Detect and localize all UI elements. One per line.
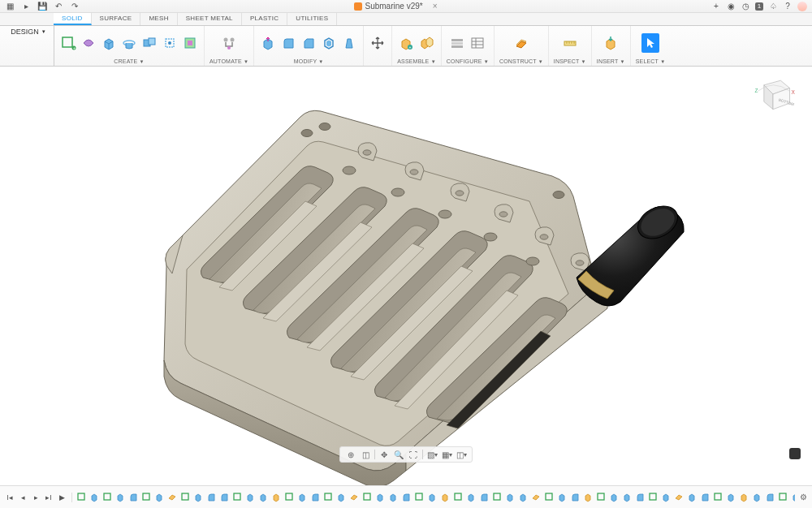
- job-status-icon[interactable]: ◷: [741, 2, 750, 11]
- sweep-icon[interactable]: [140, 33, 158, 53]
- timeline-feature-extrude[interactable]: [621, 491, 633, 504]
- timeline-feature-fillet[interactable]: [127, 491, 139, 504]
- timeline-feature-sketch[interactable]: [777, 491, 788, 504]
- timeline-feature-extrude[interactable]: [244, 491, 256, 504]
- undo-icon[interactable]: ↶: [54, 2, 63, 11]
- timeline-feature-extrude[interactable]: [686, 491, 698, 504]
- timeline-feature-extrude[interactable]: [296, 491, 308, 504]
- orbit-icon[interactable]: ⊕: [345, 449, 356, 460]
- timeline-feature-plane[interactable]: [348, 491, 360, 504]
- viewport-layout-icon[interactable]: ◫▾: [456, 449, 467, 460]
- comments-icon[interactable]: [789, 448, 801, 459]
- timeline-start-icon[interactable]: I◂: [5, 493, 15, 502]
- tab-surface[interactable]: SURFACE: [92, 13, 141, 25]
- timeline-play-icon[interactable]: ▶: [57, 493, 67, 502]
- configure-table-icon[interactable]: [469, 33, 486, 53]
- notifications-icon[interactable]: ♤: [768, 2, 778, 11]
- app-menu-icon[interactable]: ▦: [5, 2, 15, 11]
- revolve-icon[interactable]: [120, 33, 138, 53]
- sketch-icon[interactable]: +: [59, 33, 77, 53]
- create-form-icon[interactable]: [80, 33, 97, 53]
- timeline-feature-sketch[interactable]: [283, 491, 295, 504]
- timeline-feature-fillet[interactable]: [764, 491, 775, 504]
- zoom-icon[interactable]: 🔍: [393, 449, 404, 460]
- timeline-feature-fillet[interactable]: [634, 491, 646, 504]
- tab-utilities[interactable]: UTILITIES: [287, 13, 337, 25]
- timeline-back-icon[interactable]: ◂: [18, 493, 28, 502]
- emboss-icon[interactable]: [181, 33, 199, 53]
- loft-icon[interactable]: [161, 33, 179, 53]
- fillet-icon[interactable]: [279, 33, 297, 53]
- timeline-feature-sketch[interactable]: [179, 491, 191, 504]
- move-icon[interactable]: [369, 33, 387, 53]
- workspace-switcher[interactable]: DESIGN ▼: [8, 28, 49, 36]
- timeline-feature-extrude[interactable]: [114, 491, 126, 504]
- timeline-feature-extrude[interactable]: [387, 491, 399, 504]
- timeline-feature-extrude[interactable]: [504, 491, 516, 504]
- display-settings-icon[interactable]: ▧▾: [426, 449, 438, 460]
- timeline-feature-sketch[interactable]: [140, 491, 152, 504]
- tab-solid[interactable]: SOLID: [54, 13, 92, 25]
- timeline-feature-extrude[interactable]: [725, 491, 736, 504]
- look-at-icon[interactable]: ◫: [360, 449, 371, 460]
- close-tab-icon[interactable]: ×: [433, 2, 438, 11]
- timeline-feature-extrude[interactable]: [192, 491, 204, 504]
- press-pull-icon[interactable]: [259, 33, 277, 53]
- pan-icon[interactable]: ✥: [378, 449, 390, 460]
- timeline-settings-icon[interactable]: ⚙: [795, 493, 812, 502]
- timeline-feature-component[interactable]: [582, 491, 594, 504]
- extrude-icon[interactable]: [100, 33, 118, 53]
- timeline-feature-fillet[interactable]: [478, 491, 490, 504]
- timeline-feature-sketch[interactable]: [595, 491, 607, 504]
- timeline-feature-sketch[interactable]: [231, 491, 243, 504]
- chamfer-icon[interactable]: [300, 33, 317, 53]
- timeline-feature-extrude[interactable]: [660, 491, 672, 504]
- timeline-feature-sketch[interactable]: [76, 491, 87, 504]
- timeline-feature-extrude[interactable]: [257, 491, 269, 504]
- grid-settings-icon[interactable]: ▦▾: [441, 449, 452, 460]
- timeline-feature-sketch[interactable]: [647, 491, 659, 504]
- configure-icon[interactable]: [448, 33, 466, 53]
- timeline-feature-extrude[interactable]: [465, 491, 477, 504]
- timeline-feature-sketch[interactable]: [361, 491, 373, 504]
- timeline-feature-sketch[interactable]: [102, 491, 113, 504]
- timeline-feature-plane[interactable]: [166, 491, 178, 504]
- timeline-feature-extrude[interactable]: [608, 491, 620, 504]
- timeline-feature-extrude[interactable]: [374, 491, 386, 504]
- timeline-feature-sketch[interactable]: [413, 491, 425, 504]
- file-icon[interactable]: ▸: [21, 2, 31, 11]
- data-panel-icon[interactable]: ◉: [726, 2, 736, 11]
- timeline-feature-extrude[interactable]: [335, 491, 347, 504]
- timeline-feature-fillet[interactable]: [218, 491, 230, 504]
- viewport-3d[interactable]: BOTTOM Z X ⊕ ◫ ✥ 🔍 ⛶ ▧▾ ▦▾ ◫▾: [0, 67, 812, 485]
- save-icon[interactable]: 💾: [37, 2, 47, 11]
- tab-sheet-metal[interactable]: SHEET METAL: [178, 13, 242, 25]
- automate-icon[interactable]: [220, 33, 238, 53]
- timeline-feature-fillet[interactable]: [699, 491, 710, 504]
- tab-plastic[interactable]: PLASTIC: [242, 13, 287, 25]
- timeline-items[interactable]: [72, 490, 795, 505]
- timeline-feature-component[interactable]: [738, 491, 749, 504]
- timeline-feature-fillet[interactable]: [205, 491, 217, 504]
- timeline-feature-plane[interactable]: [530, 491, 542, 504]
- timeline-feature-extrude[interactable]: [751, 491, 762, 504]
- measure-icon[interactable]: [561, 33, 579, 53]
- select-icon[interactable]: [641, 33, 659, 53]
- construct-plane-icon[interactable]: [512, 33, 530, 53]
- user-avatar[interactable]: [797, 2, 807, 11]
- timeline-end-icon[interactable]: ▸I: [44, 493, 54, 502]
- timeline-feature-sketch[interactable]: [491, 491, 503, 504]
- timeline-feature-extrude[interactable]: [517, 491, 529, 504]
- timeline-feature-component[interactable]: [439, 491, 451, 504]
- shell-icon[interactable]: [320, 33, 338, 53]
- timeline-feature-fillet[interactable]: [309, 491, 321, 504]
- timeline-feature-sketch[interactable]: [712, 491, 723, 504]
- joint-icon[interactable]: [417, 33, 435, 53]
- timeline-feature-fillet[interactable]: [569, 491, 581, 504]
- viewcube[interactable]: BOTTOM Z X: [750, 71, 796, 117]
- timeline-forward-icon[interactable]: ▸: [31, 493, 41, 502]
- timeline-feature-fillet[interactable]: [400, 491, 412, 504]
- timeline-feature-plane[interactable]: [673, 491, 685, 504]
- timeline-feature-extrude[interactable]: [153, 491, 165, 504]
- timeline-feature-extrude[interactable]: [89, 491, 100, 504]
